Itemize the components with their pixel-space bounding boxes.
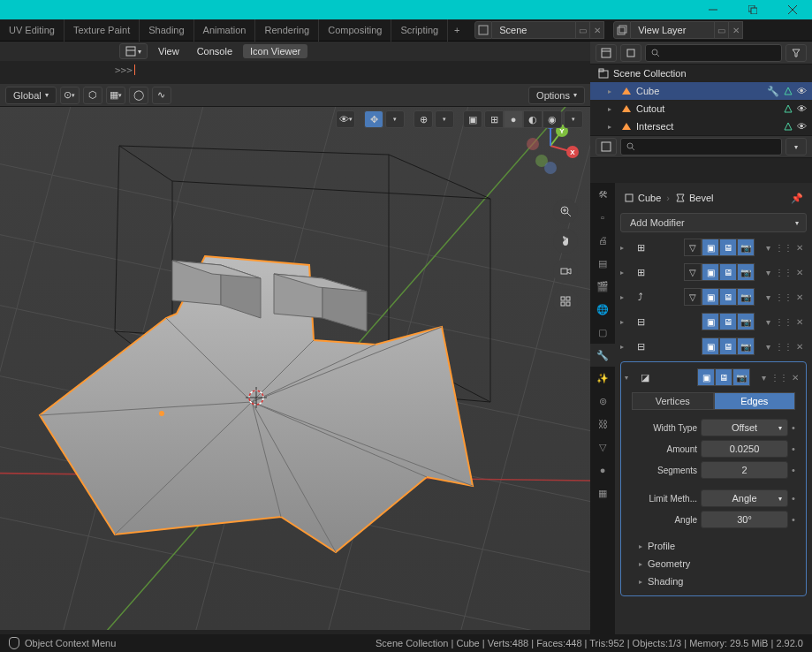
tab-viewlayer[interactable]: ▤ (590, 252, 615, 275)
tree-item-cube[interactable]: ▸ Cube 🔧 👁 (590, 82, 812, 100)
properties-search[interactable] (620, 138, 782, 155)
minimize-button[interactable] (693, 0, 732, 19)
tree-item-cutout[interactable]: ▸ Cutout 👁 (590, 100, 812, 118)
breadcrumb-object[interactable]: Cube (624, 193, 661, 203)
axis-x[interactable]: X (566, 146, 579, 158)
tab-particles[interactable]: ✨ (590, 367, 615, 390)
shading-wireframe[interactable]: ⊞ (484, 110, 504, 128)
mod-cage-toggle[interactable]: ▣ (702, 337, 719, 355)
mod-edit-toggle[interactable]: ▽ (684, 239, 702, 256)
mod-menu[interactable]: ⋮⋮ (777, 288, 791, 306)
bevel-header-row[interactable]: ▾ ◪ ▣ 🖥 📷 ▾⋮⋮✕ (625, 368, 802, 387)
visibility-toggle[interactable]: 👁 (797, 121, 807, 132)
outliner-editor-type[interactable] (596, 44, 617, 62)
gizmo-toggle[interactable]: ✥ (364, 110, 383, 128)
outliner-search[interactable] (645, 44, 782, 62)
shading-solid[interactable]: ● (504, 110, 523, 128)
tab-texture[interactable]: ▦ (590, 481, 615, 504)
viewlayer-selector[interactable]: View Layer ▭ ✕ (613, 21, 743, 39)
tab-output[interactable]: 🖨 (590, 229, 615, 252)
mod-viewport-toggle[interactable]: 🖥 (719, 239, 737, 256)
snap-dropdown[interactable]: ▦▾ (106, 87, 125, 104)
options-dropdown[interactable]: Options▾ (528, 87, 585, 104)
tab-scripting[interactable]: Scripting (391, 19, 448, 42)
mod-edit-toggle[interactable]: ▽ (684, 288, 702, 306)
viewlayer-browse-button[interactable]: ▭ (715, 21, 729, 39)
menu-icon-viewer[interactable]: Icon Viewer (243, 44, 307, 58)
modifier-row-4[interactable]: ▸ ⊟ ▣ 🖥 📷 ▾⋮⋮✕ (620, 312, 807, 331)
mod-cage-toggle[interactable]: ▣ (702, 239, 719, 256)
gizmo-dropdown[interactable]: ▾ (385, 110, 405, 128)
mod-viewport-toggle[interactable]: 🖥 (719, 313, 737, 330)
disable-icon[interactable] (783, 103, 793, 114)
overlay-toggle[interactable]: ⊕ (414, 110, 433, 128)
scene-name-field[interactable]: Scene (492, 21, 576, 39)
mod-delete[interactable]: ✕ (793, 239, 807, 256)
mod-cage-toggle[interactable]: ▣ (702, 288, 719, 306)
tab-data[interactable]: ▽ (590, 436, 615, 459)
expand-arrow[interactable]: ▸ (608, 87, 617, 95)
tree-scene-collection[interactable]: Scene Collection (590, 64, 812, 82)
pin-icon[interactable]: 📌 (791, 193, 803, 204)
anim-dot[interactable]: • (792, 493, 799, 504)
tab-rendering[interactable]: Rendering (255, 19, 319, 42)
anim-dot[interactable]: • (792, 514, 799, 525)
zoom-button[interactable] (553, 199, 578, 224)
modifier-row-2[interactable]: ▸ ⊞ ▽ ▣ 🖥 📷 ▾⋮⋮✕ (620, 262, 807, 282)
subpanel-shading[interactable]: ▸Shading (625, 572, 802, 590)
tab-material[interactable]: ● (590, 459, 615, 481)
shading-dropdown[interactable]: ▾ (564, 110, 583, 128)
xray-toggle[interactable]: ▣ (463, 110, 482, 128)
anim-dot[interactable]: • (792, 444, 799, 454)
scene-delete-button[interactable]: ✕ (590, 21, 604, 39)
close-button[interactable] (772, 0, 812, 19)
mod-menu[interactable]: ⋮⋮ (777, 313, 791, 330)
width-type-dropdown[interactable]: Offset (701, 419, 788, 436)
tab-shading[interactable]: Shading (140, 19, 194, 42)
tab-world[interactable]: 🌐 (590, 298, 615, 321)
tab-uv-editing[interactable]: UV Editing (0, 19, 65, 42)
pivot-dropdown[interactable]: ⊙▾ (60, 87, 80, 104)
viewlayer-name-field[interactable]: View Layer (631, 21, 715, 39)
modifier-row-5[interactable]: ▸ ⊟ ▣ 🖥 📷 ▾⋮⋮✕ (620, 337, 807, 356)
snap-toggle[interactable]: ⬡ (83, 87, 102, 104)
add-workspace-button[interactable]: + (448, 25, 466, 35)
mod-menu[interactable]: ⋮⋮ (777, 239, 791, 256)
camera-view-button[interactable] (553, 259, 578, 284)
mod-cage-toggle[interactable]: ▣ (702, 263, 719, 281)
mod-menu[interactable]: ⋮⋮ (772, 368, 786, 386)
editor-type-dropdown[interactable]: ▾ (119, 43, 148, 59)
outliner-display-mode[interactable] (620, 44, 641, 62)
mod-render-toggle[interactable]: 📷 (737, 288, 755, 306)
mod-delete[interactable]: ✕ (793, 263, 807, 281)
overlay-dropdown[interactable]: ▾ (435, 110, 454, 128)
mod-edit-toggle[interactable]: ▽ (684, 263, 702, 281)
tab-edges[interactable]: Edges (714, 392, 796, 410)
mod-viewport-toggle[interactable]: 🖥 (719, 337, 737, 355)
tree-item-intersect[interactable]: ▸ Intersect 👁 (590, 118, 812, 135)
scene-browse-button[interactable]: ▭ (576, 21, 590, 39)
mod-cage-toggle[interactable]: ▣ (697, 368, 715, 386)
add-modifier-dropdown[interactable]: Add Modifier (620, 213, 807, 232)
properties-editor-type[interactable] (596, 138, 617, 155)
mod-extras[interactable]: ▾ (761, 288, 775, 306)
mod-viewport-toggle[interactable]: 🖥 (719, 288, 737, 306)
modifier-row-3[interactable]: ▸ ⤴ ▽ ▣ 🖥 📷 ▾⋮⋮✕ (620, 287, 807, 307)
anim-dot[interactable]: • (792, 422, 799, 433)
segments-field[interactable]: 2 (701, 461, 788, 479)
mod-menu[interactable]: ⋮⋮ (777, 337, 791, 355)
tab-object[interactable]: ▢ (590, 321, 615, 344)
visibility-dropdown[interactable]: 👁▾ (336, 110, 355, 128)
tab-constraints[interactable]: ⛓ (590, 413, 615, 436)
mod-render-toggle[interactable]: 📷 (737, 239, 755, 256)
mod-delete[interactable]: ✕ (793, 313, 807, 330)
disable-icon[interactable] (783, 121, 793, 132)
outliner-filter[interactable] (785, 44, 807, 62)
tab-tool[interactable]: 🛠 (590, 183, 615, 206)
pan-button[interactable] (553, 229, 578, 254)
subpanel-profile[interactable]: ▸Profile (625, 537, 802, 555)
tab-animation[interactable]: Animation (194, 19, 256, 42)
amount-field[interactable]: 0.0250 (701, 440, 788, 458)
mod-extras[interactable]: ▾ (761, 239, 775, 256)
expand-arrow[interactable]: ▸ (608, 105, 617, 113)
